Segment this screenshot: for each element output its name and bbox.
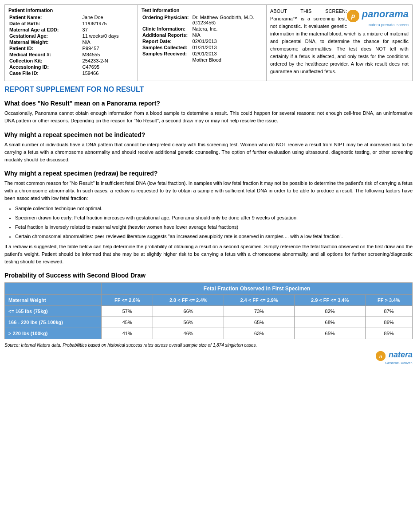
data-cell: 68% xyxy=(295,317,366,328)
data-cell: 63% xyxy=(224,328,295,339)
footer-logo-icon: n xyxy=(376,351,386,361)
table-sub-header-row: Maternal Weight FF <= 2.0% 2.0 < FF <= 2… xyxy=(5,295,413,306)
bullet-list: Sample collection technique not optimal.… xyxy=(15,205,413,240)
data-cell: 85% xyxy=(365,328,412,339)
field-value: 02/01/2013 xyxy=(192,38,263,44)
q3-body: The most common reason for "No Result" i… xyxy=(4,180,413,202)
data-cell: 87% xyxy=(365,306,412,317)
table-row: Case File ID: 159466 xyxy=(8,70,134,76)
table-main-header-row: Fetal Fraction Observed in First Specime… xyxy=(5,283,413,295)
table-row: Additional Reports: N/A xyxy=(142,32,263,38)
field-label: Ordering Physician: xyxy=(142,14,192,26)
field-label: Maternal Age at EDD: xyxy=(8,27,82,33)
svg-text:n: n xyxy=(379,354,382,359)
field-value: C47695 xyxy=(82,64,134,70)
field-label: Gestational Age: xyxy=(8,33,82,39)
q1-body: Occasionally, Panorama cannot obtain eno… xyxy=(4,110,413,125)
footer-logo: n natera Genome. Deliver. xyxy=(4,350,413,365)
field-label: Date of Birth: xyxy=(8,20,82,27)
panorama-logo: p panorama natera prenatal screen xyxy=(347,8,409,28)
field-value: 01/31/2013 xyxy=(192,44,263,51)
empty-header xyxy=(5,283,102,295)
field-label: Patient Name: xyxy=(8,14,82,20)
field-value: 02/01/2013 xyxy=(192,51,263,57)
field-label: Patient ID: xyxy=(8,45,82,51)
field-label: Medical Record #: xyxy=(8,51,82,58)
data-cell: 57% xyxy=(102,306,153,317)
field-value: Natera, Inc. xyxy=(192,26,263,32)
table-row: Mother Blood xyxy=(142,57,263,63)
brand-name: panorama xyxy=(362,8,409,20)
table-row: Accessioning ID: C47695 xyxy=(8,64,134,70)
field-label: Maternal Weight: xyxy=(8,39,82,45)
data-cell: 45% xyxy=(102,317,153,328)
table-row: Maternal Age at EDD: 37 xyxy=(8,27,134,33)
natera-footer: n natera Genome. Deliver. xyxy=(376,350,413,365)
table-row: 166 - 220 lbs (75-100kg) 45% 56% 65% 68%… xyxy=(5,317,413,328)
field-label: Report Date: xyxy=(142,38,192,44)
field-value: P99457 xyxy=(82,45,134,51)
field-label: Samples Collected: xyxy=(142,44,192,51)
field-value: Dr. Matthew Goodbirth, M.D. (G123456) xyxy=(192,14,263,26)
ff-col-1-header: FF <= 2.0% xyxy=(102,295,153,306)
table-row: Patient Name: Jane Doe xyxy=(8,14,134,20)
table-row: > 220 lbs (100kg) 41% 46% 63% 65% 85% xyxy=(5,328,413,339)
logo-circle-icon: p xyxy=(347,10,359,22)
logo-circle-footer: n xyxy=(376,351,386,361)
field-value: 254233-2-N xyxy=(82,58,134,64)
source-text: Source: Internal Natera data. Probabilit… xyxy=(4,343,413,348)
field-value: Jane Doe xyxy=(82,14,134,20)
main-header: Fetal Fraction Observed in First Specime… xyxy=(102,283,413,295)
data-cell: 73% xyxy=(224,306,295,317)
list-item: Specimen drawn too early: Fetal fraction… xyxy=(15,214,413,222)
test-info-panel: Test Information Ordering Physician: Dr.… xyxy=(138,5,267,81)
brand-sub: natera prenatal screen xyxy=(347,22,409,28)
data-cell: 82% xyxy=(295,306,366,317)
ff-col-2-header: 2.0 < FF <= 2.4% xyxy=(153,295,224,306)
weight-cell: 166 - 220 lbs (75-100kg) xyxy=(5,317,102,328)
field-label: Additional Reports: xyxy=(142,32,192,38)
field-label: Accessioning ID: xyxy=(8,64,82,70)
patient-info-table: Patient Name: Jane Doe Date of Birth: 11… xyxy=(8,14,134,76)
table-row: Clinic Information: Natera, Inc. xyxy=(142,26,263,32)
list-item: Certain chromosomal abnormalities: peer-… xyxy=(15,233,413,240)
weight-cell: > 220 lbs (100kg) xyxy=(5,328,102,339)
field-value: 159466 xyxy=(82,70,134,76)
table-row: Report Date: 02/01/2013 xyxy=(142,38,263,44)
prob-table-title: Probability of Success with Second Blood… xyxy=(4,272,413,279)
field-value: 37 xyxy=(82,27,134,33)
q2-body: A small number of individuals have a DNA… xyxy=(4,141,413,164)
svg-text:p: p xyxy=(351,12,355,20)
header-section: Patient Information Patient Name: Jane D… xyxy=(4,4,413,81)
field-value: N/A xyxy=(82,39,134,45)
list-item: Fetal fraction is inversely related to m… xyxy=(15,223,413,231)
table-row: Date of Birth: 11/08/1975 xyxy=(8,20,134,27)
probability-table: Fetal Fraction Observed in First Specime… xyxy=(4,282,413,339)
patient-info-title: Patient Information xyxy=(8,8,134,13)
q2-heading: Why might a repeat specimen not be indic… xyxy=(4,131,413,138)
report-supplement-title: REPORT SUPPLEMENT for NO RESULT xyxy=(4,86,413,94)
data-cell: 65% xyxy=(295,328,366,339)
footer-brand-sub: Genome. Deliver. xyxy=(376,361,413,365)
weight-col-header: Maternal Weight xyxy=(5,295,102,306)
data-cell: 65% xyxy=(224,317,295,328)
weight-cell: <= 165 lbs (75kg) xyxy=(5,306,102,317)
field-value: 11/08/1975 xyxy=(82,20,134,27)
table-row: Collection Kit: 254233-2-N xyxy=(8,58,134,64)
list-item: Sample collection technique not optimal. xyxy=(15,205,413,212)
ff-col-5-header: FF > 3.4% xyxy=(365,295,412,306)
field-value: M84555 xyxy=(82,51,134,58)
table-row: <= 165 lbs (75kg) 57% 66% 73% 82% 87% xyxy=(5,306,413,317)
collection-note: Mother Blood xyxy=(192,57,263,63)
data-cell: 66% xyxy=(153,306,224,317)
table-row: Maternal Weight: N/A xyxy=(8,39,134,45)
q3-heading: Why might a repeat specimen (redraw) be … xyxy=(4,170,413,177)
test-info-title: Test Information xyxy=(142,8,263,13)
footer-brand-name: natera xyxy=(389,350,413,359)
about-panel: p panorama natera prenatal screen ABOUT … xyxy=(267,5,412,81)
field-label: Clinic Information: xyxy=(142,26,192,32)
field-value: 11 weeks/0 days xyxy=(82,33,134,39)
field-label: Samples Received: xyxy=(142,51,192,57)
logo-graphic: p xyxy=(347,10,359,22)
data-cell: 86% xyxy=(365,317,412,328)
